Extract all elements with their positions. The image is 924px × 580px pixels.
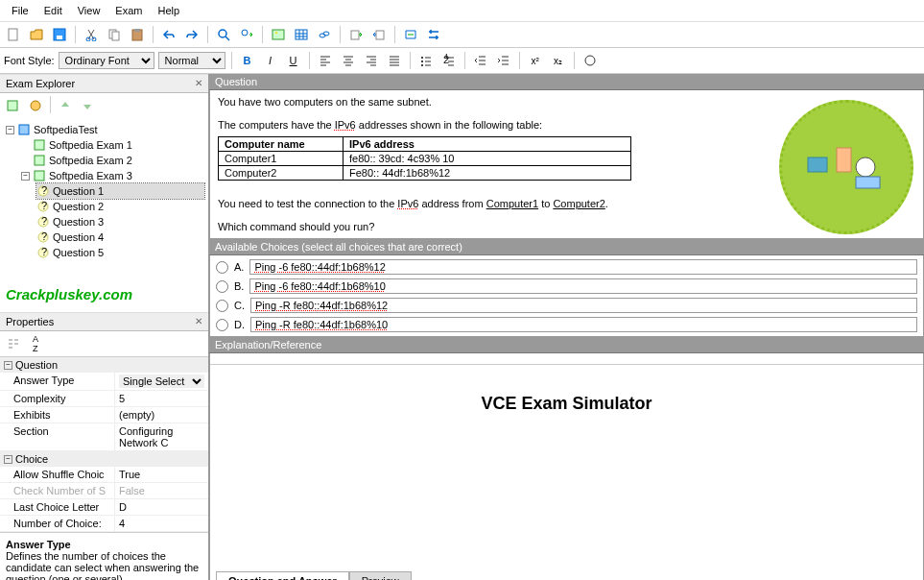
paste-icon[interactable] <box>128 25 147 44</box>
svg-rect-29 <box>35 171 44 181</box>
svg-point-23 <box>585 56 595 65</box>
bullet-list-icon[interactable] <box>416 51 436 70</box>
align-left-icon[interactable] <box>316 51 335 70</box>
collapse-icon[interactable]: − <box>4 361 12 370</box>
properties-close-icon[interactable]: ✕ <box>195 316 202 327</box>
align-justify-icon[interactable] <box>385 51 404 70</box>
svg-rect-6 <box>112 32 119 40</box>
prop-row[interactable]: Answer TypeSingle Select <box>0 373 208 391</box>
menu-edit[interactable]: Edit <box>36 2 70 19</box>
tree-question[interactable]: ?Question 1 <box>36 183 204 199</box>
choice-text[interactable]: Ping -6 fe80::44df:1b68%12 <box>249 259 917 275</box>
tree-exam[interactable]: Softpedia Exam 2 <box>21 153 204 168</box>
tree-question[interactable]: ?Question 5 <box>36 245 204 260</box>
question-icon: ? <box>36 230 50 244</box>
image-icon[interactable] <box>269 25 288 44</box>
prop-row[interactable]: Complexity5 <box>0 391 208 407</box>
add-exam-icon[interactable] <box>4 96 23 115</box>
svg-rect-27 <box>35 140 44 150</box>
cut-icon[interactable] <box>82 25 101 44</box>
menu-exam[interactable]: Exam <box>107 2 150 19</box>
svg-point-42 <box>856 157 875 177</box>
find-next-icon[interactable] <box>237 25 256 44</box>
svg-text:?: ? <box>41 201 47 211</box>
tree-question[interactable]: ?Question 2 <box>36 199 204 214</box>
settings-icon[interactable] <box>424 25 443 44</box>
prop-row[interactable]: Number of Choice:4 <box>0 516 208 532</box>
answer-type-select[interactable]: Single Select <box>119 375 204 388</box>
italic-icon[interactable]: I <box>261 51 280 70</box>
subscript-icon[interactable]: x₂ <box>549 51 568 70</box>
prop-row[interactable]: Exhibits(empty) <box>0 407 208 423</box>
exam-icon <box>33 154 46 167</box>
tree-question[interactable]: ?Question 4 <box>36 230 204 245</box>
property-description: Answer Type Defines the number of choice… <box>0 532 208 580</box>
menu-help[interactable]: Help <box>150 2 187 19</box>
tree-exam[interactable]: Softpedia Exam 1 <box>21 137 204 153</box>
choice-text[interactable]: Ping -R fe80::44df:1b68%10 <box>250 317 917 332</box>
choice-radio[interactable] <box>216 319 228 331</box>
svg-rect-16 <box>351 31 359 39</box>
bold-icon[interactable]: B <box>238 51 257 70</box>
number-list-icon[interactable]: 12 <box>439 51 459 70</box>
tab-preview[interactable]: Preview <box>349 571 412 580</box>
export-icon[interactable] <box>369 25 389 44</box>
font-size-select[interactable]: Normal <box>158 52 225 69</box>
new-icon[interactable] <box>4 25 23 44</box>
explorer-close-icon[interactable]: ✕ <box>195 78 202 89</box>
underline-icon[interactable]: U <box>284 51 303 70</box>
tree-root[interactable]: − SoftpediaTest <box>6 122 204 137</box>
collapse-icon[interactable]: − <box>4 455 12 464</box>
tree-question[interactable]: ?Question 3 <box>36 214 204 230</box>
align-center-icon[interactable] <box>339 51 358 70</box>
collapse-icon[interactable]: − <box>6 126 14 134</box>
add-question-icon[interactable] <box>26 96 45 115</box>
preview-icon[interactable] <box>401 25 420 44</box>
svg-rect-2 <box>57 36 62 39</box>
open-icon[interactable] <box>27 25 46 44</box>
link-icon[interactable] <box>315 25 334 44</box>
choice-text[interactable]: Ping -R fe80::44df:1b68%12 <box>250 298 917 313</box>
explanation-editor[interactable]: VCE Exam Simulator Question and Answer P… <box>209 353 924 580</box>
svg-rect-13 <box>296 30 307 39</box>
prop-row[interactable]: SectionConfiguring Network C <box>0 423 208 451</box>
choice-radio[interactable] <box>216 280 228 293</box>
choice-row: A.Ping -6 fe80::44df:1b68%12 <box>210 257 923 277</box>
explorer-toolbar <box>0 93 208 118</box>
menu-file[interactable]: File <box>4 2 36 19</box>
font-style-select[interactable]: Ordinary Font <box>59 52 154 69</box>
svg-point-18 <box>421 57 423 59</box>
prop-category[interactable]: −Choice <box>0 451 208 467</box>
table-icon[interactable] <box>292 25 311 44</box>
symbol-icon[interactable] <box>580 51 600 70</box>
question-editor[interactable]: You have two computers on the same subne… <box>209 90 924 239</box>
choice-text[interactable]: Ping -6 fe80::44df:1b68%10 <box>249 278 917 294</box>
question-icon: ? <box>36 215 50 229</box>
sort-icon[interactable]: AZ <box>26 334 45 353</box>
outdent-icon[interactable] <box>471 51 490 70</box>
move-down-icon[interactable] <box>78 96 97 115</box>
menu-view[interactable]: View <box>70 2 108 19</box>
indent-icon[interactable] <box>494 51 513 70</box>
prop-row[interactable]: Allow Shuffle ChoicTrue <box>0 467 208 483</box>
import-icon[interactable] <box>346 25 366 44</box>
tab-question-answer[interactable]: Question and Answer <box>216 571 349 580</box>
choice-radio[interactable] <box>216 300 228 312</box>
superscript-icon[interactable]: x² <box>526 51 545 70</box>
align-right-icon[interactable] <box>362 51 381 70</box>
save-icon[interactable] <box>50 25 69 44</box>
categorize-icon[interactable] <box>4 334 23 353</box>
prop-category[interactable]: −Question <box>0 357 208 373</box>
copy-icon[interactable] <box>105 25 124 44</box>
tree-exam[interactable]: −Softpedia Exam 3 <box>21 168 204 183</box>
choice-radio[interactable] <box>216 261 228 274</box>
decorative-image <box>779 100 913 234</box>
collapse-icon[interactable]: − <box>21 172 30 181</box>
undo-icon[interactable] <box>159 25 178 44</box>
redo-icon[interactable] <box>182 25 201 44</box>
prop-row[interactable]: Last Choice LetterD <box>0 499 208 516</box>
search-icon[interactable] <box>214 25 233 44</box>
move-up-icon[interactable] <box>56 96 75 115</box>
question-text: You have two computers on the same subne… <box>218 96 915 108</box>
properties-header: Properties ✕ <box>0 312 208 331</box>
